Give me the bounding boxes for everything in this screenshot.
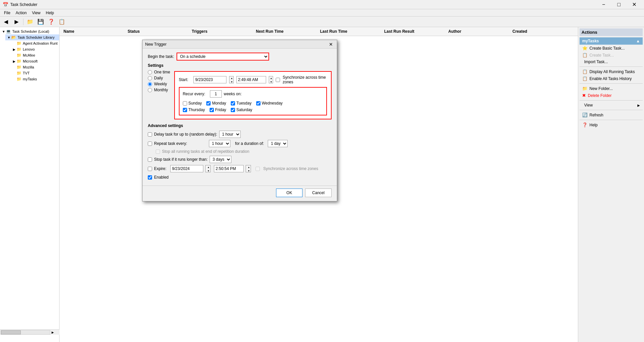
repeat-task-select[interactable]: 1 hour: [209, 140, 230, 147]
expire-date-spin[interactable]: ▲ ▼: [205, 165, 211, 172]
tree-item-tvt[interactable]: 📁 TVT: [11, 70, 59, 76]
radio-one-time-input[interactable]: [148, 70, 152, 74]
date-spin-up[interactable]: ▲: [230, 76, 233, 80]
ok-button[interactable]: OK: [276, 189, 302, 197]
folder-button[interactable]: 📁: [25, 18, 35, 26]
menu-help[interactable]: Help: [43, 10, 57, 16]
day-tuesday[interactable]: Tuesday: [231, 101, 252, 106]
start-time-input[interactable]: [236, 76, 266, 83]
expire-spin-up[interactable]: ▲: [207, 165, 210, 169]
time-spin-up[interactable]: ▲: [269, 76, 272, 80]
repeat-task-checkbox[interactable]: [148, 142, 152, 146]
tree-item-mytasks[interactable]: 📁 myTasks: [11, 76, 59, 82]
expire-time-spin-up[interactable]: ▲: [247, 165, 250, 169]
radio-daily[interactable]: Daily: [148, 76, 170, 80]
time-spin[interactable]: ▲ ▼: [269, 76, 273, 83]
sunday-checkbox[interactable]: [183, 101, 187, 106]
left-panel: ▼ 💻 Task Scheduler (Local) ▼ 📂 Task Sche…: [0, 27, 60, 342]
menu-view[interactable]: View: [29, 10, 43, 16]
tree-item-lenovo[interactable]: ▶ 📁 Lenovo: [11, 46, 59, 52]
action-refresh[interactable]: 🔄 Refresh: [580, 111, 643, 118]
day-thursday[interactable]: Thursday: [183, 107, 205, 112]
day-sunday[interactable]: Sunday: [183, 101, 202, 106]
help-button[interactable]: ❓: [47, 18, 56, 26]
maximize-button[interactable]: □: [612, 0, 626, 9]
back-button[interactable]: ◀: [1, 18, 11, 26]
for-duration-select[interactable]: 1 day: [268, 140, 288, 147]
friday-checkbox[interactable]: [210, 108, 214, 112]
menu-action[interactable]: Action: [13, 10, 29, 16]
action-delete-folder[interactable]: ✖ Delete Folder: [580, 92, 643, 99]
expire-checkbox[interactable]: [148, 167, 152, 171]
sync-tz-checkbox[interactable]: [276, 78, 280, 82]
begin-task-label: Begin the task:: [148, 54, 174, 59]
tree-item-agent[interactable]: 📁 Agent Activation Runt: [11, 40, 59, 46]
radio-one-time[interactable]: One time: [148, 70, 170, 74]
radio-monthly[interactable]: Monthly: [148, 88, 170, 92]
save-button[interactable]: 💾: [36, 18, 45, 26]
tuesday-checkbox[interactable]: [231, 101, 235, 106]
time-spin-down[interactable]: ▼: [269, 80, 272, 84]
close-button[interactable]: ✕: [627, 0, 641, 9]
scroll-right-btn[interactable]: ▶: [52, 331, 54, 334]
stop-longer-select[interactable]: 3 days: [210, 156, 231, 163]
date-spin-down[interactable]: ▼: [230, 80, 233, 84]
delay-task-select[interactable]: 1 hour: [219, 131, 241, 138]
radio-weekly-input[interactable]: [148, 82, 152, 86]
day-saturday[interactable]: Saturday: [231, 107, 252, 112]
tuesday-label: Tuesday: [236, 101, 252, 106]
radio-weekly[interactable]: Weekly: [148, 82, 170, 86]
tree-item-mozilla[interactable]: 📁 Mozilla: [11, 64, 59, 70]
date-spin[interactable]: ▲ ▼: [229, 76, 233, 83]
tasks-button[interactable]: 📋: [57, 18, 66, 26]
cancel-button[interactable]: Cancel: [305, 189, 332, 197]
start-date-input[interactable]: [193, 76, 226, 83]
saturday-checkbox[interactable]: [231, 108, 235, 112]
radio-daily-input[interactable]: [148, 76, 152, 80]
stop-longer-checkbox[interactable]: [148, 157, 152, 162]
expire-time-spin-down[interactable]: ▼: [247, 169, 250, 173]
expire-time-spin[interactable]: ▲ ▼: [246, 165, 251, 172]
tree-item-mcafee[interactable]: 📁 McAfee: [11, 52, 59, 58]
tree-mozilla-label: Mozilla: [23, 65, 34, 69]
enabled-checkbox[interactable]: [148, 175, 152, 180]
action-create-basic[interactable]: ⭐ Create Basic Task...: [580, 45, 643, 52]
day-friday[interactable]: Friday: [210, 107, 226, 112]
minimize-button[interactable]: −: [596, 0, 611, 9]
tree-item-library[interactable]: ▼ 📂 Task Scheduler Library: [5, 34, 59, 40]
thursday-checkbox[interactable]: [183, 108, 187, 112]
dialog-footer: OK Cancel: [142, 186, 337, 201]
delay-task-label: Delay task for up to (random delay):: [154, 132, 217, 137]
menu-file[interactable]: File: [1, 10, 13, 16]
action-view[interactable]: View ▶: [580, 102, 643, 108]
scroll-thumb[interactable]: [1, 330, 21, 334]
actions-selected: myTasks ▲: [580, 37, 643, 45]
monday-checkbox[interactable]: [206, 101, 211, 106]
radio-monthly-input[interactable]: [148, 88, 152, 92]
scroll-track[interactable]: [1, 330, 50, 335]
refresh-label: Refresh: [589, 113, 603, 117]
advanced-settings-title: Advanced settings: [148, 123, 332, 128]
day-monday[interactable]: Monday: [206, 101, 226, 106]
action-new-folder[interactable]: 📁 New Folder...: [580, 85, 643, 92]
left-scrollbar[interactable]: ▶: [0, 329, 60, 335]
action-enable-history[interactable]: 📋 Enable All Tasks History: [580, 75, 643, 82]
expand-collapse-icon[interactable]: ▲: [636, 39, 640, 43]
forward-button[interactable]: ▶: [12, 18, 21, 26]
wednesday-checkbox[interactable]: [256, 101, 261, 106]
action-display-running[interactable]: 📋 Display All Running Tasks: [580, 68, 643, 75]
expire-spin-down[interactable]: ▼: [207, 169, 210, 173]
tree-item-local[interactable]: ▼ 💻 Task Scheduler (Local): [0, 28, 59, 34]
action-import-task[interactable]: Import Task...: [580, 59, 643, 65]
day-wednesday[interactable]: Wednesday: [256, 101, 283, 106]
tree-item-microsoft[interactable]: ▶ 📁 Microsoft: [11, 58, 59, 64]
recur-input[interactable]: [210, 90, 222, 98]
expire-date-input[interactable]: [170, 165, 203, 172]
expire-time-input[interactable]: [214, 165, 244, 172]
stop-longer-row: Stop task if it runs longer than: 3 days: [148, 156, 332, 163]
folder-icon6: 📁: [17, 71, 21, 75]
begin-task-select[interactable]: On a schedule At log on At startup: [177, 53, 269, 61]
action-help[interactable]: ❓ Help: [580, 121, 643, 128]
delay-task-checkbox[interactable]: [148, 132, 152, 137]
dialog-close-button[interactable]: ✕: [328, 42, 334, 47]
